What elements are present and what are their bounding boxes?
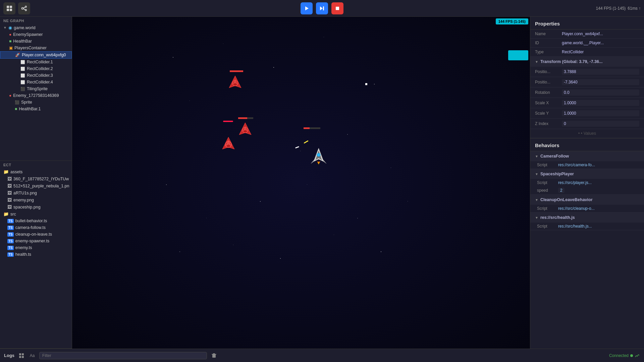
play-button[interactable]	[301, 2, 313, 14]
behavior-health: ▼ res://src/health.js Script res://src/h…	[530, 213, 644, 230]
right-panel: Properties Name Player.conn_wvti4pxf... …	[530, 17, 644, 349]
health-header[interactable]: ▼ res://src/health.js	[530, 213, 644, 223]
logs-text-button[interactable]: Aa	[29, 352, 36, 359]
scene-graph-title: ne Graph	[0, 17, 72, 24]
file-camera-ts[interactable]: TS camera-follow.ts	[0, 224, 72, 231]
image-icon: 🖼	[7, 197, 12, 202]
bp-script-label: Script	[537, 206, 555, 211]
player-color-swatch	[508, 50, 528, 60]
healthbar1-icon: ■	[15, 107, 17, 111]
file-nebula[interactable]: 🖼 512×512_purple_nebula_1.pn	[0, 182, 72, 189]
ms-text: 61ms ↑	[628, 6, 641, 11]
tree-item-rect3[interactable]: ⬜ RectCollider.3	[0, 72, 72, 79]
healthbar-icon: ■	[9, 39, 11, 44]
file-src-folder[interactable]: 📁 src	[0, 210, 72, 218]
tree-item-healthbar1[interactable]: ■ HealthBar.1	[0, 106, 72, 112]
tree-item-enemy-1727[interactable]: ● Enemy_1727583146369	[0, 92, 72, 99]
ellipsis-label: • • Values	[578, 131, 596, 136]
prop-type-label: Type	[535, 50, 562, 54]
bottom-bar: Logs Aa Connected	[0, 349, 644, 362]
prop-scaley-label: Scale Y	[535, 111, 562, 116]
prop-scalex-row: Scale X 1.0000	[530, 98, 644, 108]
svg-rect-1	[10, 6, 12, 8]
tree-item-label: Enemy_1727583146369	[13, 93, 59, 98]
game-canvas[interactable]: 144 FPS (1-145)	[72, 17, 530, 349]
logs-grid-button[interactable]	[18, 352, 25, 359]
svg-rect-31	[19, 356, 21, 358]
file-label: enemy-spawner.ts	[15, 239, 49, 243]
file-enemy-png[interactable]: 🖼 enemy.png	[0, 196, 72, 203]
tree-item-healthbar[interactable]: ■ HealthBar	[0, 38, 72, 45]
file-health-ts[interactable]: TS health.ts	[0, 251, 72, 258]
prop-more-values: • • Values	[530, 129, 644, 138]
enemy-sprite-1	[226, 74, 244, 92]
file-spaceship-png[interactable]: 🖼 spaceship.png	[0, 203, 72, 210]
enemy-spawner-icon: ●	[9, 32, 11, 37]
file-label: bullet-behavior.ts	[15, 219, 47, 223]
chevron-down-icon: ▼	[535, 60, 538, 64]
tree-item-game-world[interactable]: ▼ ◉ game.world	[0, 24, 72, 31]
svg-marker-28	[318, 162, 320, 164]
star	[190, 101, 190, 101]
enemy-sprite-2	[236, 121, 254, 139]
spaceship-player-header[interactable]: ▼ SpaceshipPlayer	[530, 169, 644, 179]
prop-scaley-value[interactable]: 1.0000	[562, 110, 639, 116]
chevron-down-icon: ▼	[535, 172, 538, 176]
prop-scalex-value[interactable]: 1.0000	[562, 100, 639, 106]
file-cleanup-ts[interactable]: TS cleanup-on-leave.ts	[0, 231, 72, 238]
tree-item-label: EnemySpawner	[13, 32, 43, 37]
collider-icon: ⬜	[20, 73, 25, 78]
grid-button[interactable]	[3, 2, 15, 14]
spaceship-speed-prop: speed 2	[530, 186, 644, 194]
svg-rect-11	[323, 6, 324, 10]
star	[347, 134, 348, 135]
tree-item-rect1[interactable]: ⬜ RectCollider.1	[0, 59, 72, 65]
stop-button[interactable]	[331, 2, 343, 14]
behavior-camera-follow: ▼ CameraFollow Script res://src/camera-f…	[530, 151, 644, 169]
bp-speed-label: speed	[537, 188, 555, 193]
spaceship-script-prop: Script res://src/player.js...	[530, 179, 644, 186]
file-360[interactable]: 🖼 360_F_187785272_IYDuTUw	[0, 175, 72, 182]
ts-icon: TS	[7, 219, 14, 223]
prop-zindex-value[interactable]: 0	[562, 121, 639, 127]
main-area: ne Graph ▼ ◉ game.world ● EnemySpawner ■…	[0, 17, 644, 349]
file-artu[interactable]: 🖼 aRTU1s.png	[0, 189, 72, 196]
prop-posx-value[interactable]: 3.7888	[562, 69, 639, 75]
tree-item-label: RectCollider.2	[27, 66, 53, 71]
star	[260, 201, 261, 202]
cleanup-header[interactable]: ▼ CleanupOnLeaveBehavior	[530, 195, 644, 205]
file-enemy-ts[interactable]: TS enemy.ts	[0, 244, 72, 251]
logs-label: Logs	[4, 353, 14, 358]
tree-item-sprite[interactable]: ⬛ Sprite	[0, 99, 72, 106]
file-assets-folder[interactable]: 📁 assets	[0, 168, 72, 175]
file-enemy-spawner-ts[interactable]: TS enemy-spawner.ts	[0, 238, 72, 244]
tree-item-label: RectCollider.3	[27, 73, 53, 78]
tree-item-players-container[interactable]: ▣ PlayersContainer	[0, 45, 72, 51]
transform-section-header[interactable]: ▼ Transform (Global: 3.79, -7.36...	[530, 57, 644, 67]
logs-clear-button[interactable]	[210, 352, 218, 359]
world-icon: ◉	[8, 25, 12, 30]
tree-item-rect4[interactable]: ⬜ RectCollider.4	[0, 79, 72, 85]
svg-point-24	[317, 153, 320, 157]
step-button[interactable]	[316, 2, 328, 14]
file-label: 360_F_187785272_IYDuTUw	[13, 177, 69, 181]
left-panel: ne Graph ▼ ◉ game.world ● EnemySpawner ■…	[0, 17, 72, 349]
bp-speed-value[interactable]: 2	[558, 188, 565, 193]
svg-rect-34	[212, 354, 216, 355]
file-label: spaceship.png	[13, 205, 41, 209]
tree-item-player-conn[interactable]: 🚀 Player.conn_wvti4pxfg0	[0, 51, 72, 59]
camera-follow-header[interactable]: ▼ CameraFollow	[530, 151, 644, 161]
prop-rotation-value[interactable]: 0.0	[562, 89, 639, 96]
tree-item-tiling[interactable]: ⬛ TilingSprite	[0, 85, 72, 92]
prop-name-row: Name Player.conn_wvti4pxf...	[530, 29, 644, 39]
folder-icon: 📁	[3, 169, 9, 174]
tree-item-rect2[interactable]: ⬜ RectCollider.2	[0, 65, 72, 72]
prop-posy-value[interactable]: -7.3640	[562, 79, 639, 85]
health-name: res://src/health.js	[540, 215, 575, 220]
cleanup-name: CleanupOnLeaveBehavior	[540, 197, 593, 202]
connect-button[interactable]	[18, 2, 30, 14]
file-bullet-ts[interactable]: TS bullet-behavior.ts	[0, 218, 72, 224]
logs-filter-input[interactable]	[39, 352, 207, 359]
tree-item-enemy-spawner[interactable]: ● EnemySpawner	[0, 31, 72, 38]
svg-rect-30	[22, 353, 24, 355]
